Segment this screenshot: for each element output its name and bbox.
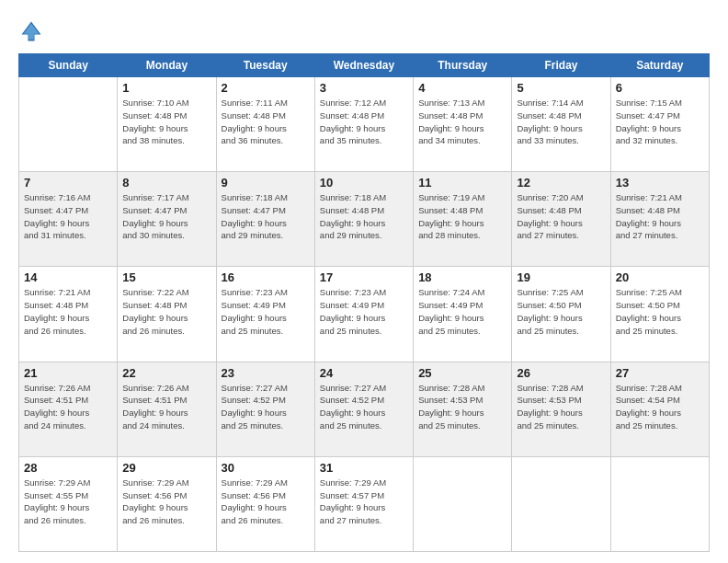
calendar-cell: 3Sunrise: 7:12 AM Sunset: 4:48 PM Daylig… [314,77,413,172]
day-info: Sunrise: 7:13 AM Sunset: 4:48 PM Dayligh… [418,97,506,147]
weekday-header-sunday: Sunday [19,54,118,77]
day-info: Sunrise: 7:28 AM Sunset: 4:53 PM Dayligh… [418,382,506,432]
calendar-cell: 14Sunrise: 7:21 AM Sunset: 4:48 PM Dayli… [19,267,118,362]
day-number: 18 [418,270,506,284]
calendar-cell [19,77,118,172]
calendar-cell: 16Sunrise: 7:23 AM Sunset: 4:49 PM Dayli… [216,267,314,362]
calendar-week-row: 14Sunrise: 7:21 AM Sunset: 4:48 PM Dayli… [19,267,710,362]
day-info: Sunrise: 7:23 AM Sunset: 4:49 PM Dayligh… [320,286,408,337]
day-number: 1 [122,81,210,95]
day-number: 26 [517,366,605,380]
day-info: Sunrise: 7:18 AM Sunset: 4:48 PM Dayligh… [320,191,408,242]
calendar-cell: 31Sunrise: 7:29 AM Sunset: 4:57 PM Dayli… [314,456,413,551]
day-info: Sunrise: 7:12 AM Sunset: 4:48 PM Dayligh… [320,97,408,147]
day-number: 25 [418,366,506,380]
day-number: 9 [222,176,310,190]
weekday-header-row: SundayMondayTuesdayWednesdayThursdayFrid… [19,54,710,77]
calendar-week-row: 21Sunrise: 7:26 AM Sunset: 4:51 PM Dayli… [19,362,710,456]
calendar-cell: 9Sunrise: 7:18 AM Sunset: 4:47 PM Daylig… [216,172,314,267]
calendar-cell: 12Sunrise: 7:20 AM Sunset: 4:48 PM Dayli… [512,172,610,267]
calendar-cell: 7Sunrise: 7:16 AM Sunset: 4:47 PM Daylig… [19,172,118,267]
calendar-cell: 13Sunrise: 7:21 AM Sunset: 4:48 PM Dayli… [610,172,709,267]
calendar-week-row: 1Sunrise: 7:10 AM Sunset: 4:48 PM Daylig… [19,77,710,172]
calendar-cell: 10Sunrise: 7:18 AM Sunset: 4:48 PM Dayli… [314,172,413,267]
day-info: Sunrise: 7:19 AM Sunset: 4:48 PM Dayligh… [418,191,506,242]
day-info: Sunrise: 7:10 AM Sunset: 4:48 PM Dayligh… [122,97,210,147]
calendar-week-row: 7Sunrise: 7:16 AM Sunset: 4:47 PM Daylig… [19,172,710,267]
calendar-cell: 19Sunrise: 7:25 AM Sunset: 4:50 PM Dayli… [512,267,610,362]
day-number: 15 [122,270,210,284]
day-number: 21 [24,366,112,380]
calendar-cell [414,456,512,551]
day-number: 8 [122,176,210,190]
weekday-header-thursday: Thursday [414,54,512,77]
calendar-table: SundayMondayTuesdayWednesdayThursdayFrid… [18,53,710,552]
calendar-cell: 24Sunrise: 7:27 AM Sunset: 4:52 PM Dayli… [314,362,413,456]
day-number: 22 [122,366,210,380]
weekday-header-wednesday: Wednesday [314,54,413,77]
header [18,15,710,44]
calendar-cell: 20Sunrise: 7:25 AM Sunset: 4:50 PM Dayli… [610,267,709,362]
day-number: 29 [122,461,210,475]
day-number: 13 [616,176,704,190]
day-info: Sunrise: 7:29 AM Sunset: 4:57 PM Dayligh… [320,477,408,527]
logo [18,18,48,44]
day-info: Sunrise: 7:15 AM Sunset: 4:47 PM Dayligh… [616,97,704,147]
day-info: Sunrise: 7:29 AM Sunset: 4:56 PM Dayligh… [222,477,310,527]
calendar-cell: 25Sunrise: 7:28 AM Sunset: 4:53 PM Dayli… [414,362,512,456]
day-info: Sunrise: 7:14 AM Sunset: 4:48 PM Dayligh… [517,97,605,147]
logo-icon [18,18,44,44]
day-info: Sunrise: 7:21 AM Sunset: 4:48 PM Dayligh… [24,286,112,337]
calendar-cell [512,456,610,551]
day-number: 6 [616,81,704,95]
weekday-header-tuesday: Tuesday [216,54,314,77]
day-info: Sunrise: 7:25 AM Sunset: 4:50 PM Dayligh… [616,286,704,337]
calendar-cell: 2Sunrise: 7:11 AM Sunset: 4:48 PM Daylig… [216,77,314,172]
day-info: Sunrise: 7:28 AM Sunset: 4:54 PM Dayligh… [616,382,704,432]
day-info: Sunrise: 7:27 AM Sunset: 4:52 PM Dayligh… [320,382,408,432]
day-number: 27 [616,366,704,380]
day-info: Sunrise: 7:23 AM Sunset: 4:49 PM Dayligh… [222,286,310,337]
calendar-cell: 23Sunrise: 7:27 AM Sunset: 4:52 PM Dayli… [216,362,314,456]
day-info: Sunrise: 7:26 AM Sunset: 4:51 PM Dayligh… [24,382,112,432]
day-number: 17 [320,270,408,284]
day-info: Sunrise: 7:20 AM Sunset: 4:48 PM Dayligh… [517,191,605,242]
calendar-cell: 11Sunrise: 7:19 AM Sunset: 4:48 PM Dayli… [414,172,512,267]
calendar-cell: 1Sunrise: 7:10 AM Sunset: 4:48 PM Daylig… [118,77,216,172]
weekday-header-saturday: Saturday [610,54,709,77]
day-number: 3 [320,81,408,95]
calendar-cell: 18Sunrise: 7:24 AM Sunset: 4:49 PM Dayli… [414,267,512,362]
day-info: Sunrise: 7:11 AM Sunset: 4:48 PM Dayligh… [222,97,310,147]
day-number: 31 [320,461,408,475]
day-info: Sunrise: 7:28 AM Sunset: 4:53 PM Dayligh… [517,382,605,432]
day-info: Sunrise: 7:18 AM Sunset: 4:47 PM Dayligh… [222,191,310,242]
day-info: Sunrise: 7:27 AM Sunset: 4:52 PM Dayligh… [222,382,310,432]
calendar-cell: 4Sunrise: 7:13 AM Sunset: 4:48 PM Daylig… [414,77,512,172]
weekday-header-monday: Monday [118,54,216,77]
day-number: 2 [222,81,310,95]
day-number: 10 [320,176,408,190]
calendar-cell: 28Sunrise: 7:29 AM Sunset: 4:55 PM Dayli… [19,456,118,551]
page: SundayMondayTuesdayWednesdayThursdayFrid… [0,0,728,563]
calendar-cell: 15Sunrise: 7:22 AM Sunset: 4:48 PM Dayli… [118,267,216,362]
day-number: 7 [24,176,112,190]
day-info: Sunrise: 7:25 AM Sunset: 4:50 PM Dayligh… [517,286,605,337]
weekday-header-friday: Friday [512,54,610,77]
day-number: 23 [222,366,310,380]
day-number: 11 [418,176,506,190]
day-number: 20 [616,270,704,284]
day-number: 24 [320,366,408,380]
day-number: 5 [517,81,605,95]
day-number: 12 [517,176,605,190]
calendar-cell: 30Sunrise: 7:29 AM Sunset: 4:56 PM Dayli… [216,456,314,551]
calendar-cell: 5Sunrise: 7:14 AM Sunset: 4:48 PM Daylig… [512,77,610,172]
calendar-cell: 26Sunrise: 7:28 AM Sunset: 4:53 PM Dayli… [512,362,610,456]
day-number: 30 [222,461,310,475]
day-info: Sunrise: 7:26 AM Sunset: 4:51 PM Dayligh… [122,382,210,432]
day-info: Sunrise: 7:17 AM Sunset: 4:47 PM Dayligh… [122,191,210,242]
day-number: 28 [24,461,112,475]
day-number: 19 [517,270,605,284]
day-info: Sunrise: 7:22 AM Sunset: 4:48 PM Dayligh… [122,286,210,337]
calendar-week-row: 28Sunrise: 7:29 AM Sunset: 4:55 PM Dayli… [19,456,710,551]
day-info: Sunrise: 7:16 AM Sunset: 4:47 PM Dayligh… [24,191,112,242]
